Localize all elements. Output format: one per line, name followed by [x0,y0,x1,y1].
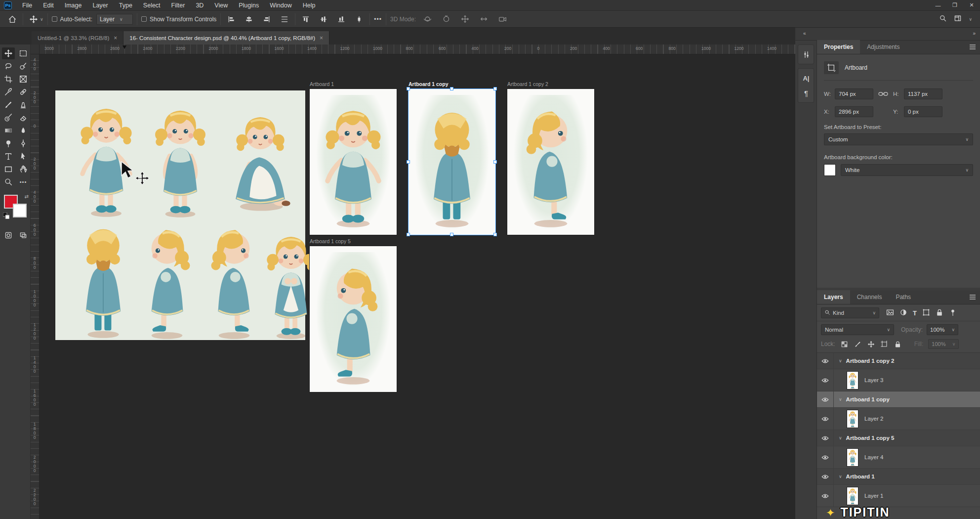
layer-visibility-toggle[interactable] [817,391,834,407]
layer-group-row[interactable]: ∨Artboard 1 copy 2 [817,353,980,369]
horizontal-ruler[interactable]: 3000280026002400220020001800160014001200… [40,44,795,54]
layer-row[interactable]: Layer 4 [817,446,980,469]
chevron-down-icon[interactable]: ∨ [839,435,842,440]
layer-visibility-toggle[interactable] [817,408,834,430]
height-field[interactable]: 1137 px [904,88,942,99]
layer-visibility-toggle[interactable] [817,353,834,369]
character-panel-icon[interactable]: A| [798,71,814,86]
clone-stamp-tool[interactable] [17,99,30,111]
align-bottom-icon[interactable] [335,13,348,25]
selection-handle[interactable] [407,233,410,236]
filter-pin-icon[interactable] [949,308,957,318]
layer-thumbnail[interactable] [847,410,858,428]
lasso-tool[interactable] [2,60,15,72]
screen-mode-icon[interactable] [17,229,30,241]
layer-row[interactable]: Layer 1 [817,485,980,507]
chevron-down-icon[interactable]: ∨ [839,358,842,363]
rectangle-tool[interactable] [2,163,15,175]
chevron-down-icon[interactable]: ∨ [839,474,842,479]
auto-select-checkbox[interactable] [52,16,57,22]
menu-item-help[interactable]: Help [297,0,321,11]
frame-tool[interactable] [17,73,30,85]
artboard-label[interactable]: Artboard 1 copy [408,81,449,87]
selection-handle[interactable] [493,87,497,90]
layer-row[interactable]: Layer 2 [817,408,980,430]
layer-visibility-toggle[interactable] [817,485,834,507]
selection-handle[interactable] [407,160,410,164]
collapse-panels-icon[interactable]: » [973,31,975,36]
x-field[interactable]: 2896 px [835,106,873,117]
brush-settings-panel-icon[interactable] [798,47,814,62]
selection-handle[interactable] [493,160,497,164]
artboard[interactable] [507,89,594,235]
selection-handle[interactable] [450,233,453,236]
auto-select-target-dropdown[interactable]: Layer ∨ [96,14,133,25]
background-color-swatch[interactable] [13,204,27,217]
width-field[interactable]: 704 px [835,88,873,99]
search-icon[interactable] [939,14,947,24]
shape-layer-filter-icon[interactable] [922,308,930,318]
close-button[interactable]: ✕ [963,0,980,11]
layers-tab-channels[interactable]: Channels [850,290,889,304]
menu-item-plugins[interactable]: Plugins [233,0,264,11]
type-layer-filter-icon[interactable]: T [913,309,917,317]
eraser-tool[interactable] [17,112,30,124]
smart-object-filter-icon[interactable] [936,308,943,318]
layer-row[interactable]: Layer 3 [817,369,980,391]
preset-dropdown[interactable]: Custom ∨ [824,133,973,145]
menu-item-image[interactable]: Image [59,0,87,11]
chevron-down-icon[interactable]: ∨ [839,397,842,402]
lock-transparency-icon[interactable] [840,340,849,348]
chevron-down-icon[interactable]: ∨ [40,17,43,22]
align-right-icon[interactable] [260,13,273,25]
quick-selection-tool[interactable] [17,60,30,72]
layer-group-row[interactable]: ∨Artboard 1 copy [817,391,980,408]
artboard[interactable] [310,89,397,235]
menu-item-layer[interactable]: Layer [87,0,113,11]
adjustment-layer-filter-icon[interactable] [899,308,907,318]
move-tool[interactable] [2,47,15,59]
layer-filter-kind-dropdown[interactable]: Kind ∨ [821,307,879,318]
layer-thumbnail[interactable] [847,487,858,505]
more-options-icon[interactable]: ••• [374,16,382,23]
artboard[interactable] [408,89,495,235]
menu-item-file[interactable]: File [17,0,38,11]
align-justify-icon[interactable] [278,13,291,25]
orbit-3d-icon[interactable] [421,13,434,25]
home-icon[interactable] [6,13,19,25]
lock-position-icon[interactable] [867,340,876,348]
layer-thumbnail[interactable] [847,371,858,389]
crop-tool[interactable] [2,73,15,85]
canvas-area[interactable]: Artboard 1 Artboard 1 copy Artboard 1 co… [40,54,795,519]
artboard[interactable] [310,246,397,392]
properties-tab-adjustments[interactable]: Adjustments [860,40,906,54]
properties-tab-properties[interactable]: Properties [817,40,860,54]
pen-tool[interactable] [17,137,30,149]
dodge-tool[interactable] [2,137,15,149]
lock-all-icon[interactable] [894,340,902,348]
pixel-layer-filter-icon[interactable] [886,308,894,318]
drag-3d-icon[interactable] [458,13,471,25]
artboard-label[interactable]: Artboard 1 [310,81,334,87]
align-left-icon[interactable] [225,13,238,25]
workspace-switcher-icon[interactable] [954,14,962,24]
menu-item-type[interactable]: Type [114,0,138,11]
opacity-field[interactable]: 100% ∨ [927,324,958,335]
panel-menu-icon[interactable] [969,44,976,51]
close-tab-icon[interactable]: × [320,35,323,42]
layer-visibility-toggle[interactable] [817,446,834,468]
rectangular-marquee-tool[interactable] [17,47,30,59]
panel-menu-icon[interactable] [969,294,976,302]
ruler-origin-corner[interactable] [31,44,40,54]
document-tab-2[interactable]: 16- Consistent Character design.psd @ 40… [123,31,329,44]
minimize-button[interactable]: — [930,0,946,11]
artboard-bg-swatch[interactable] [824,164,836,176]
menu-item-window[interactable]: Window [264,0,297,11]
y-field[interactable]: 0 px [904,106,942,117]
move-tool-icon[interactable] [27,13,40,25]
type-tool[interactable] [2,150,15,162]
selection-handle[interactable] [450,87,453,90]
layer-group-row[interactable]: ∨Artboard 1 [817,469,980,485]
menu-item-3d[interactable]: 3D [190,0,209,11]
layers-tab-layers[interactable]: Layers [817,290,850,304]
